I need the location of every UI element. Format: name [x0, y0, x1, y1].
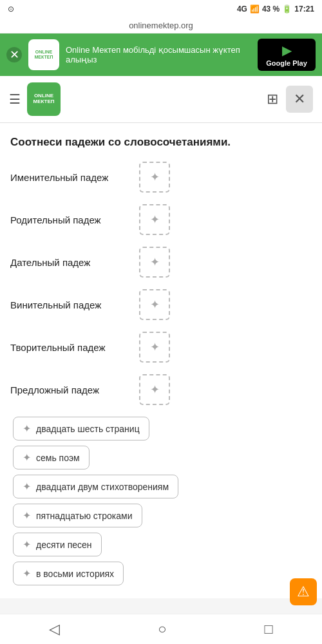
status-bar: ⊙ 4G 📶 43 % 🔋 17:21 — [0, 0, 322, 18]
case-row: Винительный падеж✦ — [10, 289, 312, 320]
banner-text: Online Мектеп мобільді қосымшасын жүктеп… — [66, 45, 251, 64]
status-icon: ⊙ — [8, 5, 14, 14]
drag-item-text: двадцать шесть страниц — [36, 424, 140, 434]
drag-item-text: в восьми историях — [36, 569, 114, 579]
drag-handle-icon: ✦ — [23, 538, 31, 551]
drag-items-container: ✦двадцать шесть страниц✦семь поэм✦двадца… — [10, 417, 312, 585]
drag-item[interactable]: ✦пятнадцатью строками — [13, 504, 142, 527]
drag-handle-icon: ✦ — [23, 509, 31, 522]
signal-icon: 📶 — [250, 5, 260, 14]
drag-item[interactable]: ✦двадцать шесть страниц — [13, 417, 149, 440]
drag-handle-icon: ✦ — [23, 451, 31, 464]
status-right: 4G 📶 43 % 🔋 17:21 — [237, 5, 314, 14]
drag-item[interactable]: ✦двадцати двум стихотворениям — [13, 475, 178, 498]
promo-banner: ✕ ONLINE МЕКТЕП Online Мектеп мобільді қ… — [0, 33, 322, 76]
case-row: Творительный падеж✦ — [10, 332, 312, 363]
case-row: Предложный падеж✦ — [10, 374, 312, 405]
menu-icon[interactable]: ☰ — [9, 91, 21, 107]
nav-close-button[interactable]: ✕ — [286, 86, 313, 113]
drag-handle-icon: ✦ — [23, 422, 31, 435]
drop-zone[interactable]: ✦ — [139, 162, 170, 193]
main-content: Соотнеси падежи со словосочетаниями. Име… — [0, 123, 322, 598]
drag-handle-icon: ✦ — [23, 480, 31, 493]
recent-button[interactable]: □ — [265, 621, 273, 638]
bottom-nav: ◁ ○ □ — [0, 614, 322, 644]
drop-zone[interactable]: ✦ — [139, 247, 170, 278]
drag-item-text: семь поэм — [36, 453, 80, 463]
google-play-label: Google Play — [266, 59, 307, 67]
banner-close-button[interactable]: ✕ — [6, 47, 22, 62]
drag-item[interactable]: ✦десяти песен — [13, 533, 102, 556]
time-display: 17:21 — [294, 5, 314, 14]
status-left: ⊙ — [8, 5, 14, 14]
drag-handle-icon: ✦ — [23, 567, 31, 580]
drop-zone[interactable]: ✦ — [139, 289, 170, 320]
case-row: Именительный падеж✦ — [10, 162, 312, 193]
battery-indicator: 43 % — [262, 5, 279, 14]
case-label: Творительный падеж — [10, 342, 133, 353]
back-button[interactable]: ◁ — [49, 621, 60, 638]
network-indicator: 4G — [237, 5, 247, 14]
case-label: Дательный падеж — [10, 257, 133, 268]
warning-button[interactable]: ⚠ — [290, 578, 317, 605]
case-label: Именительный падеж — [10, 172, 133, 183]
banner-logo: ONLINE МЕКТЕП — [28, 39, 59, 70]
drag-item-text: пятнадцатью строками — [36, 511, 133, 521]
drop-zone[interactable]: ✦ — [139, 332, 170, 363]
case-label: Родительный падеж — [10, 214, 133, 225]
case-row: Дательный падеж✦ — [10, 247, 312, 278]
cases-container: Именительный падеж✦Родительный падеж✦Дат… — [10, 162, 312, 405]
battery-icon: 🔋 — [282, 5, 292, 14]
drag-item[interactable]: ✦семь поэм — [13, 446, 90, 469]
drag-item[interactable]: ✦в восьми историях — [13, 562, 124, 585]
url-text: onlinemektep.org — [129, 21, 193, 30]
play-icon: ▶ — [282, 43, 292, 58]
task-title: Соотнеси падежи со словосочетаниями. — [10, 136, 312, 149]
google-play-button[interactable]: ▶ Google Play — [258, 39, 316, 71]
grid-icon[interactable]: ⊞ — [267, 91, 278, 108]
drop-zone[interactable]: ✦ — [139, 204, 170, 235]
nav-logo: ONLINE МЕКТЕП — [27, 82, 61, 116]
drop-zone[interactable]: ✦ — [139, 374, 170, 405]
address-bar: onlinemektep.org — [0, 18, 322, 33]
home-button[interactable]: ○ — [158, 621, 166, 638]
drag-item-text: двадцати двум стихотворениям — [36, 482, 169, 492]
case-row: Родительный падеж✦ — [10, 204, 312, 235]
drag-item-text: десяти песен — [36, 540, 92, 550]
case-label: Предложный падеж — [10, 384, 133, 395]
nav-bar: ☰ ONLINE МЕКТЕП ⊞ ✕ — [0, 76, 322, 123]
case-label: Винительный падеж — [10, 299, 133, 310]
